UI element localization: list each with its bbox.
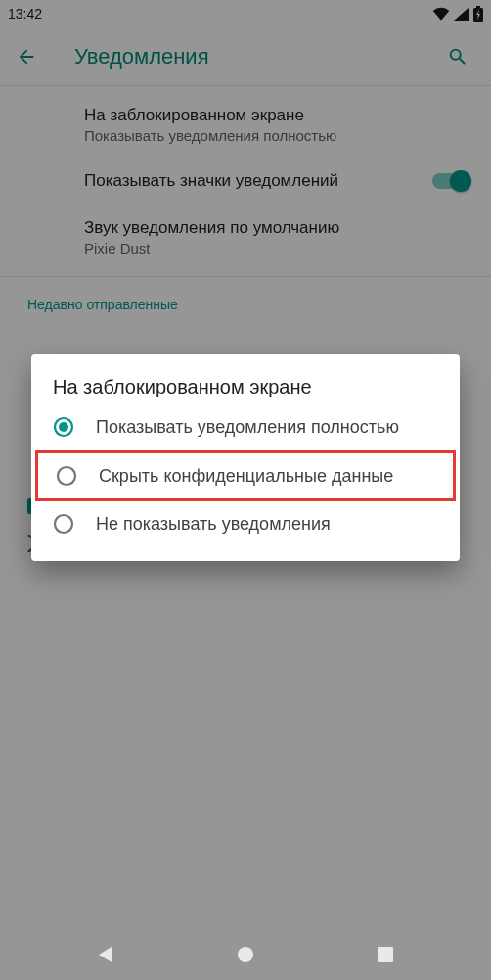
triangle-back-icon: [96, 945, 115, 964]
circle-home-icon: [236, 945, 255, 964]
nav-back-button[interactable]: [76, 945, 135, 964]
nav-recent-button[interactable]: [356, 946, 415, 963]
svg-point-6: [238, 947, 253, 962]
radio-checked-icon: [53, 416, 74, 438]
radio-option-show-all[interactable]: Показывать уведомления полностью: [31, 404, 460, 450]
nav-home-button[interactable]: [216, 945, 275, 964]
svg-point-4: [58, 467, 75, 485]
radio-label: Скрыть конфиденциальные данные: [99, 465, 393, 488]
navigation-bar: [0, 929, 491, 980]
lock-screen-dialog: На заблокированном экране Показывать уве…: [31, 354, 460, 561]
svg-point-5: [55, 515, 72, 533]
square-recent-icon: [377, 946, 394, 963]
svg-rect-7: [378, 947, 393, 962]
radio-option-hide-sensitive[interactable]: Скрыть конфиденциальные данные: [38, 453, 453, 499]
radio-unchecked-icon: [53, 513, 74, 535]
svg-point-3: [59, 422, 68, 432]
radio-label: Показывать уведомления полностью: [96, 416, 399, 439]
dialog-title: На заблокированном экране: [31, 376, 460, 404]
radio-label: Не показывать уведомления: [96, 513, 331, 536]
radio-option-hide-all[interactable]: Не показывать уведомления: [31, 501, 460, 547]
highlight-annotation: Скрыть конфиденциальные данные: [35, 450, 456, 502]
radio-unchecked-icon: [56, 465, 77, 487]
